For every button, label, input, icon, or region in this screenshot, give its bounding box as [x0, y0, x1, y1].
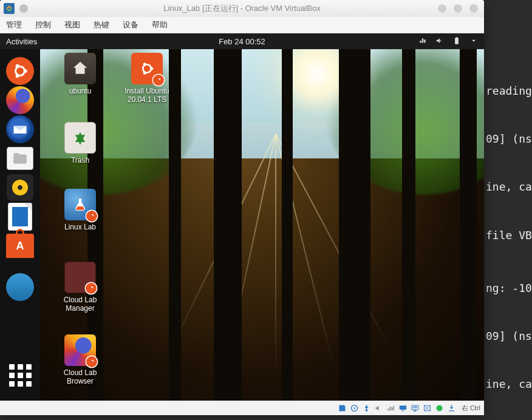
desktop-icon-cloudmgr[interactable]: Cloud Lab Manager: [51, 262, 109, 313]
host-window-title: Linux_Lab [正在运行] - Oracle VM VirtualBox: [0, 3, 484, 14]
chevron-down-icon[interactable]: [469, 36, 478, 47]
gnome-top-bar: Activities Feb 24 00:52: [0, 33, 484, 49]
virtualbox-window: Linux_Lab [正在运行] - Oracle VM VirtualBox …: [0, 0, 484, 415]
battery-icon[interactable]: [452, 36, 461, 47]
dock-ubuntu-logo[interactable]: [5, 56, 35, 86]
host-menu-dot-icon[interactable]: [19, 4, 28, 13]
background-terminal-block1: reading 09] (nsr ine, ca file VB: [486, 79, 532, 247]
host-menubar: 管理 控制 视图 热键 设备 帮助: [0, 17, 484, 33]
menu-manage[interactable]: 管理: [6, 19, 22, 30]
desktop-icon-label: Install Ubuntu 20.04.1 LTS: [118, 87, 176, 104]
svg-point-10: [437, 405, 443, 412]
svg-point-1: [150, 67, 153, 70]
minimize-button[interactable]: [438, 4, 446, 13]
shortcut-arrow-icon: [86, 356, 97, 367]
statusbar-display1-icon[interactable]: [398, 404, 408, 413]
apps-grid-icon: [9, 364, 32, 387]
desktop-icon-home[interactable]: ubuntu: [51, 53, 109, 95]
host-titlebar[interactable]: Linux_Lab [正在运行] - Oracle VM VirtualBox: [0, 0, 484, 17]
desktop-icon-label: Linux Lab: [51, 223, 109, 231]
shortcut-arrow-icon: [153, 75, 164, 86]
dock-app-partial[interactable]: [5, 260, 35, 290]
show-applications-button[interactable]: [5, 361, 35, 390]
menu-devices[interactable]: 设备: [123, 19, 138, 30]
statusbar-display2-icon[interactable]: [411, 404, 420, 413]
statusbar-cd-icon[interactable]: [350, 404, 360, 413]
virtualbox-app-icon: [4, 3, 15, 14]
svg-point-4: [16, 67, 25, 76]
shortcut-arrow-icon: [86, 283, 97, 294]
desktop-icon-label: Cloud Lab Browser: [51, 368, 109, 385]
background-terminal-block2: ng: -10 09] (nsr ine, ca file VB: [486, 276, 532, 420]
svg-point-0: [143, 64, 151, 73]
virtualbox-statusbar: 右 Ctrl: [0, 401, 484, 415]
shortcut-arrow-icon: [86, 211, 97, 222]
network-icon[interactable]: [418, 36, 427, 47]
volume-icon[interactable]: [435, 36, 444, 47]
menu-hotkeys[interactable]: 热键: [94, 19, 109, 30]
dock-rhythmbox[interactable]: [5, 173, 35, 202]
svg-point-6: [16, 64, 19, 68]
menu-view[interactable]: 视图: [64, 19, 80, 30]
gnome-datetime[interactable]: Feb 24 00:52: [0, 37, 484, 46]
dock-ubuntu-software[interactable]: A: [5, 231, 35, 260]
statusbar-audio-icon[interactable]: [374, 404, 384, 413]
statusbar-floppy-icon[interactable]: [338, 404, 347, 413]
statusbar-net-icon[interactable]: [386, 404, 396, 413]
guest-display: Activities Feb 24 00:52: [0, 33, 484, 401]
dock-files[interactable]: [5, 144, 35, 173]
menu-help[interactable]: 帮助: [152, 19, 168, 30]
statusbar-cloud-icon[interactable]: [435, 404, 445, 413]
close-button[interactable]: [469, 4, 478, 13]
svg-point-2: [143, 63, 146, 66]
svg-point-3: [143, 72, 146, 75]
desktop-icon-label: ubuntu: [51, 87, 109, 95]
activities-button[interactable]: Activities: [6, 37, 37, 46]
maximize-button[interactable]: [454, 4, 462, 13]
svg-point-9: [354, 407, 356, 409]
desktop-icon-label: Cloud Lab Manager: [51, 296, 109, 313]
dock-libreoffice-writer[interactable]: [5, 202, 35, 231]
svg-point-7: [16, 74, 19, 78]
desktop-icon-label: Trash: [51, 156, 109, 164]
desktop-icon-cloudbrowser[interactable]: Cloud Lab Browser: [51, 334, 109, 385]
statusbar-share-icon[interactable]: [423, 404, 432, 413]
dock-thunderbird[interactable]: [5, 115, 35, 144]
gnome-dock: A: [0, 49, 40, 401]
statusbar-download-icon[interactable]: [447, 404, 457, 413]
desktop-icon-install[interactable]: Install Ubuntu 20.04.1 LTS: [118, 53, 176, 104]
desktop-wallpaper[interactable]: ubuntuInstall Ubuntu 20.04.1 LTSTrashLin…: [40, 49, 484, 401]
status-host-key: 右 Ctrl: [462, 404, 480, 413]
menu-control[interactable]: 控制: [35, 19, 51, 30]
statusbar-usb-icon[interactable]: [362, 404, 372, 413]
desktop-icon-trash[interactable]: Trash: [51, 122, 109, 164]
dock-firefox[interactable]: [5, 86, 35, 115]
svg-point-5: [24, 69, 27, 73]
desktop-icon-linuxlab[interactable]: Linux Lab: [51, 189, 109, 231]
